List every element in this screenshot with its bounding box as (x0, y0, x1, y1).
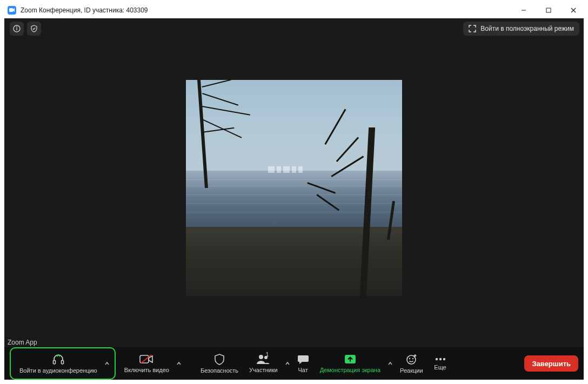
video-area (4, 39, 584, 336)
chat-icon (297, 354, 309, 365)
close-button[interactable] (561, 2, 586, 18)
participants-button[interactable]: 1 Участники (244, 349, 283, 378)
encryption-shield-button[interactable] (27, 22, 41, 36)
participants-label: Участники (249, 367, 278, 373)
reactions-label: Реакции (400, 367, 423, 374)
maximize-button[interactable] (536, 2, 561, 18)
more-label: Еще (434, 364, 446, 370)
fullscreen-icon (469, 25, 476, 32)
video-icon (139, 354, 153, 365)
meeting-top-bar: Войти в полноэкранный режим (4, 18, 584, 39)
participants-options-chevron[interactable] (283, 350, 292, 377)
title-bar: Zoom Конференция, ID участника: 403309 (2, 2, 586, 18)
reactions-button[interactable]: Реакции (395, 349, 429, 378)
svg-line-11 (141, 355, 151, 363)
start-video-button[interactable]: Включить видео (119, 349, 175, 378)
join-audio-options-chevron[interactable] (103, 350, 111, 377)
svg-rect-0 (9, 8, 13, 12)
zoom-logo-icon (8, 6, 16, 15)
fullscreen-label: Войти в полноэкранный режим (480, 25, 574, 32)
participants-count: 1 (266, 352, 269, 358)
headphones-icon (52, 353, 65, 365)
minimize-button[interactable] (511, 2, 536, 18)
join-audio-highlight: Войти в аудиоконференцию (10, 347, 116, 380)
svg-rect-2 (546, 8, 551, 12)
svg-point-15 (407, 355, 416, 364)
share-screen-button[interactable]: Демонстрация экрана (315, 349, 386, 378)
meeting-toolbar: Войти в аудиоконференцию Включить видео (4, 347, 584, 380)
share-screen-options-chevron[interactable] (386, 350, 395, 377)
join-audio-button[interactable]: Войти в аудиоконференцию (14, 349, 103, 378)
svg-rect-8 (53, 360, 55, 364)
security-label: Безопасность (201, 367, 238, 374)
start-video-options-chevron[interactable] (175, 350, 183, 377)
chat-label: Чат (298, 367, 308, 373)
end-meeting-label: Завершить (532, 360, 571, 368)
more-button[interactable]: Еще (429, 349, 452, 378)
svg-point-12 (259, 355, 263, 359)
start-video-label: Включить видео (124, 367, 169, 373)
info-button[interactable] (10, 22, 24, 36)
meeting-area: Войти в полноэкранный режим (4, 18, 584, 380)
shield-icon (213, 353, 225, 365)
svg-rect-10 (140, 355, 149, 363)
share-screen-icon (344, 354, 357, 365)
security-button[interactable]: Безопасность (195, 349, 244, 378)
end-meeting-button[interactable]: Завершить (524, 355, 578, 372)
svg-rect-9 (61, 360, 63, 364)
join-audio-label: Войти в аудиоконференцию (19, 367, 97, 374)
participant-video-tile[interactable] (186, 80, 402, 296)
more-icon (434, 356, 447, 362)
svg-point-16 (409, 358, 410, 359)
zoom-meeting-window: Zoom Конференция, ID участника: 403309 В… (0, 0, 588, 384)
window-title: Zoom Конференция, ID участника: 403309 (21, 6, 511, 14)
fullscreen-button[interactable]: Войти в полноэкранный режим (463, 22, 579, 36)
reactions-icon (405, 353, 417, 365)
svg-point-22 (443, 358, 445, 360)
chat-button[interactable]: Чат (292, 349, 315, 378)
app-name-label: Zoom App (8, 339, 37, 346)
svg-rect-7 (16, 28, 17, 30)
svg-point-20 (435, 358, 437, 360)
svg-point-21 (439, 358, 441, 360)
share-screen-label: Демонстрация экрана (320, 367, 380, 373)
svg-point-6 (16, 26, 17, 28)
svg-point-17 (412, 358, 413, 359)
